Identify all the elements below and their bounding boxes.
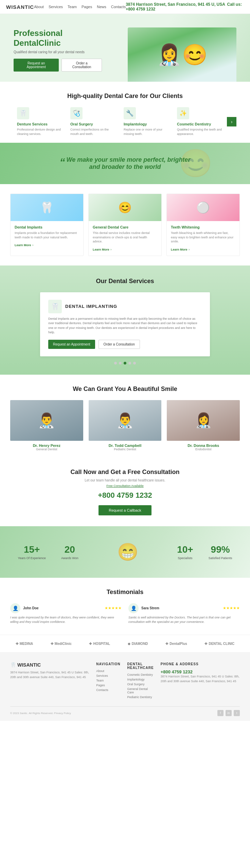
card-implants-link[interactable]: Learn More — [15, 243, 31, 247]
footer-healthcare-title: DENTAL HEALTHCARE — [127, 662, 154, 670]
quote-text: We make your smile more perfect, brighte… — [57, 156, 193, 171]
service-card-title: DENTAL IMPLANTING — [65, 304, 117, 309]
nav-news[interactable]: News — [97, 5, 106, 9]
social-linkedin[interactable]: in — [226, 710, 232, 716]
card-general-title: General Dental Care — [93, 225, 157, 229]
footer-nav-col: NAVIGATION About Services Team Pages Con… — [96, 662, 120, 700]
nav-pages[interactable]: Pages — [82, 5, 92, 9]
footer-nav-pages[interactable]: Pages — [96, 684, 105, 687]
team-role-2: Pediatric Dentist — [89, 448, 162, 451]
footer-nav-services[interactable]: Services — [96, 674, 108, 677]
team-role-1: General Dentist — [10, 448, 83, 451]
denture-desc: Professional denture design and cleaning… — [17, 127, 64, 136]
partner-mediclinic: ✚MediClinic — [51, 642, 72, 646]
card-implants-arrow-icon: › — [32, 243, 33, 247]
card-whitening-title: Teeth Whitening — [171, 225, 235, 229]
testimonial-2-avatar: 👤 — [128, 603, 139, 613]
testimonials-grid: 👤 John Doe ★★★★★ I was quite impressed b… — [10, 603, 240, 624]
footer-nav-about[interactable]: About — [96, 669, 104, 673]
hero-title: Professional DentalClinic — [14, 28, 102, 48]
service-implant: 🔧 Implantology Replace one or more of yo… — [120, 107, 174, 136]
footer-general-link[interactable]: General Dental Care — [127, 687, 148, 694]
footer-contact-address: 3874 Harrison Street, San Francisco, 941… — [161, 674, 240, 684]
service-consultation-btn[interactable]: Order a Consultation — [99, 340, 140, 349]
card-implants-title: Dental Implants — [15, 225, 79, 229]
card-implants-image: 🦷 — [11, 194, 83, 221]
team-section: We Can Grant You A Beautiful Smile 👨‍⚕️ … — [0, 375, 250, 458]
dot-3[interactable] — [124, 362, 126, 364]
service-card-desc: Dental implants are a permanent solution… — [48, 317, 202, 335]
card-implants-desc: Implants provide a foundation for replac… — [15, 231, 79, 239]
partner-hospital: ✚HOSPITAL — [89, 642, 110, 646]
services-next-btn[interactable]: › — [227, 117, 236, 126]
footer-oral-link[interactable]: Oral Surgery — [127, 683, 145, 686]
footer-nav-list: About Services Team Pages Contacts — [96, 669, 120, 692]
footer-nav-contacts[interactable]: Contacts — [96, 688, 108, 692]
footer: 🦷 WISANTIC 3874 Harrison Street, San Fra… — [0, 653, 250, 721]
hero-doctor-image: 👩‍⚕️😊 — [128, 27, 236, 82]
social-facebook[interactable]: f — [217, 710, 224, 716]
nav-team[interactable]: Team — [68, 5, 77, 9]
service-request-btn[interactable]: Request an Appointment — [48, 340, 95, 349]
dot-5[interactable] — [133, 362, 136, 364]
card-whitening-body: Teeth Whitening Teeth bleaching & teeth … — [167, 221, 239, 256]
cosmetic-icon: ✨ — [177, 107, 189, 119]
stat-experience-number: 15+ — [18, 544, 46, 555]
card-whitening-link[interactable]: Learn More — [171, 248, 188, 251]
card-general-link[interactable]: Learn More — [93, 248, 109, 251]
implant-desc: Replace one or more of your missing teet… — [124, 127, 170, 136]
nav-services[interactable]: Services — [49, 5, 63, 9]
service-oral: 🩺 Oral Surgery Correct imperfections on … — [67, 107, 120, 136]
service-card-buttons: Request an Appointment Order a Consultat… — [48, 340, 202, 349]
denture-icon: 🦷 — [17, 107, 29, 119]
footer-cosmetic-link[interactable]: Cosmetic Dentistry — [127, 673, 153, 676]
nav-about[interactable]: About — [34, 5, 44, 9]
quote-banner: 😊 We make your smile more perfect, brigh… — [0, 143, 250, 184]
team-name-2: Dr. Todd Campbell — [89, 443, 162, 448]
implant-name: Implantology — [124, 122, 170, 126]
testimonials-section: Testimonials 👤 John Doe ★★★★★ I was quit… — [0, 578, 250, 635]
partner-dentalclinic: ✚DENTAL CLINIC — [204, 642, 234, 646]
cards-section: 🦷 Dental Implants Implants provide a fou… — [0, 184, 250, 265]
cta-callback-btn[interactable]: Request a Callback — [99, 505, 151, 515]
hero-request-btn[interactable]: Request an Appointment — [14, 59, 59, 72]
nav-contacts[interactable]: Contacts — [111, 5, 126, 9]
team-member-3: 👩‍⚕️ Dr. Donna Brooks Endodontist — [167, 400, 240, 451]
team-photo-3: 👩‍⚕️ — [167, 400, 240, 441]
stat-patients-number: 99% — [209, 544, 232, 555]
hero-buttons: Request an Appointment Order a Consultat… — [14, 59, 102, 72]
cta-title: Call Now and Get a Free Consultation — [10, 469, 240, 476]
card-whitening-desc: Teeth bleaching & teeth whitening are fa… — [171, 231, 235, 244]
hero-content: Professional DentalClinic Qualified dent… — [14, 28, 102, 82]
cosmetic-desc: Qualified improving the teeth and appear… — [177, 127, 224, 136]
hero-section: Professional DentalClinic Qualified dent… — [0, 14, 250, 82]
nav-phone[interactable]: +800 4759 1232 — [126, 7, 155, 12]
footer-nav-title: NAVIGATION — [96, 662, 120, 666]
card-general-image: 😊 — [89, 194, 161, 221]
footer-phone[interactable]: +800 4759 1232 — [161, 669, 240, 674]
stat-specialists-number: 10+ — [177, 544, 193, 555]
dental-services-section: Our Dental Services 🦷 DENTAL IMPLANTING … — [0, 265, 250, 375]
implant-icon: 🔧 — [124, 107, 136, 119]
hero-consultation-btn[interactable]: Order a Consultation — [61, 59, 102, 72]
cta-phone[interactable]: +800 4759 1232 — [10, 491, 240, 500]
dot-1[interactable] — [114, 362, 117, 364]
footer-healthcare-col: DENTAL HEALTHCARE Cosmetic Dentistry Imp… — [127, 662, 154, 700]
stat-experience-label: Years Of Experience — [18, 556, 46, 560]
footer-pediatric-link[interactable]: Pediatric Dentistry — [127, 695, 152, 699]
footer-logo-text: WISANTIC — [17, 662, 41, 668]
service-card-header: 🦷 DENTAL IMPLANTING — [48, 300, 202, 313]
social-twitter[interactable]: t — [234, 710, 240, 716]
footer-nav-team[interactable]: Team — [96, 679, 104, 682]
dot-2[interactable] — [119, 362, 122, 364]
stat-patients-label: Satisfied Patients — [209, 556, 232, 560]
dot-4[interactable] — [128, 362, 131, 364]
card-general: 😊 General Dental Care This dental servic… — [88, 194, 162, 256]
footer-implantology-link[interactable]: Implantology — [127, 678, 145, 681]
card-implants: 🦷 Dental Implants Implants provide a fou… — [10, 194, 84, 256]
stat-experience: 15+ Years Of Experience — [18, 544, 46, 560]
card-general-arrow-icon: › — [110, 248, 111, 251]
service-card-implanting: 🦷 DENTAL IMPLANTING Dental implants are … — [40, 292, 210, 356]
hero-title-highlight: Clinic — [38, 38, 60, 47]
testimonial-1-stars: ★★★★★ — [105, 606, 122, 610]
